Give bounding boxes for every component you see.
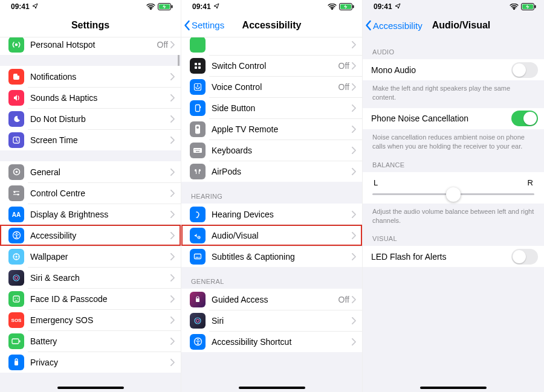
row-hearing-devices[interactable]: Hearing Devices <box>181 204 362 225</box>
settings-group-alerts: Notifications Sounds & Haptics Do Not Di… <box>0 66 181 150</box>
row-display[interactable]: AA Display & Brightness <box>0 204 181 225</box>
dnd-icon <box>8 111 24 127</box>
notifications-icon <box>8 69 24 85</box>
row-label: Mono Audio <box>371 65 511 75</box>
row-battery[interactable]: Battery <box>0 330 181 352</box>
back-label: Accessibility <box>373 21 423 31</box>
sounds-icon <box>8 90 24 106</box>
row-control-centre[interactable]: Control Centre <box>0 182 181 204</box>
row-label: Face ID & Passcode <box>30 294 170 304</box>
mono-audio-switch[interactable] <box>511 62 538 78</box>
chevron-right-icon <box>170 253 175 260</box>
svg-point-49 <box>196 319 199 322</box>
row-audio-visual[interactable]: Audio/Visual <box>181 225 362 246</box>
chevron-right-icon <box>170 41 175 48</box>
row-general[interactable]: General <box>0 161 181 182</box>
home-indicator[interactable] <box>420 387 487 389</box>
chevron-right-icon <box>352 232 356 239</box>
chevron-right-icon <box>170 94 175 101</box>
balance-slider-thumb[interactable] <box>446 187 461 202</box>
svg-rect-33 <box>200 106 201 108</box>
row-personal-hotspot[interactable]: Personal Hotspot Off <box>0 37 181 55</box>
chevron-right-icon <box>170 359 175 366</box>
chevron-right-icon <box>352 253 356 260</box>
row-side-button[interactable]: Side Button <box>181 97 362 118</box>
chevron-right-icon <box>352 317 356 324</box>
row-voice-control[interactable]: Voice Control Off <box>181 76 362 97</box>
row-detail: Off <box>338 82 349 92</box>
row-label: Battery <box>30 336 170 346</box>
row-label: Emergency SOS <box>30 315 170 325</box>
svg-point-22 <box>17 298 18 299</box>
row-screentime[interactable]: Screen Time <box>0 129 181 150</box>
row-airpods[interactable]: AirPods <box>181 161 362 182</box>
row-guided-access[interactable]: Guided Access Off <box>181 289 362 310</box>
row-privacy[interactable]: Privacy <box>0 352 181 373</box>
row-siri[interactable]: Siri & Search <box>0 267 181 288</box>
chevron-right-icon <box>170 295 175 303</box>
audio-visual-icon <box>190 228 206 243</box>
section-header-hearing: HEARING <box>181 182 362 204</box>
led-flash-switch[interactable] <box>511 249 538 265</box>
row-label: Phone Noise Cancellation <box>371 114 511 123</box>
balance-slider[interactable] <box>372 193 534 195</box>
back-label: Settings <box>192 20 224 30</box>
back-button[interactable]: Settings <box>184 13 224 37</box>
chevron-right-icon <box>352 147 356 154</box>
row-faceid[interactable]: Face ID & Passcode <box>0 288 181 309</box>
row-mono-audio[interactable]: Mono Audio <box>363 59 544 80</box>
balance-group: L R <box>363 172 544 204</box>
accessibility-icon <box>8 228 24 243</box>
row-noise-cancel[interactable]: Phone Noise Cancellation <box>363 108 544 129</box>
battery-icon <box>339 3 355 10</box>
row-accessibility-shortcut[interactable]: Accessibility Shortcut <box>181 331 362 352</box>
row-dnd[interactable]: Do Not Disturb <box>0 108 181 129</box>
balance-left-label: L <box>374 178 378 187</box>
chevron-right-icon <box>170 190 175 197</box>
svg-point-8 <box>15 171 18 173</box>
back-button[interactable]: Accessibility <box>365 13 423 37</box>
battery-row-icon <box>8 333 24 349</box>
siri-icon <box>8 270 24 286</box>
svg-rect-38 <box>196 149 197 150</box>
row-keyboards[interactable]: Keyboards <box>181 140 362 161</box>
accessibility-screen: 09:41 Settings Accessibility <box>181 0 363 392</box>
svg-point-15 <box>16 233 17 234</box>
row-label: Privacy <box>30 358 170 367</box>
row-notifications[interactable]: Notifications <box>0 66 181 87</box>
row-sos[interactable]: SOS Emergency SOS <box>0 309 181 330</box>
row-subtitles[interactable]: Subtitles & Captioning <box>181 246 362 267</box>
row-apple-tv-remote[interactable]: Apple TV Remote <box>181 118 362 140</box>
footer-balance: Adjust the audio volume balance between … <box>363 204 544 231</box>
tv-remote-icon <box>190 121 206 137</box>
svg-point-18 <box>13 275 19 281</box>
section-header-audio: AUDIO <box>363 37 544 59</box>
row-label: General <box>30 167 170 177</box>
row-accessibility[interactable]: Accessibility <box>0 225 181 246</box>
accessibility-shortcut-icon <box>190 334 206 350</box>
noise-cancel-switch[interactable] <box>511 111 538 126</box>
home-indicator[interactable] <box>57 387 124 389</box>
section-header-general: GENERAL <box>181 267 362 289</box>
home-indicator[interactable] <box>239 387 305 389</box>
chevron-right-icon <box>352 338 356 345</box>
svg-rect-24 <box>12 339 19 344</box>
chevron-right-icon <box>352 83 356 91</box>
svg-point-48 <box>195 318 201 324</box>
row-siri-access[interactable]: Siri <box>181 310 362 331</box>
row-wallpaper[interactable]: Wallpaper <box>0 246 181 267</box>
svg-rect-45 <box>196 257 199 257</box>
svg-text:AA: AA <box>12 211 21 218</box>
row-switch-control[interactable]: Switch Control Off <box>181 55 362 76</box>
row-sounds[interactable]: Sounds & Haptics <box>0 87 181 108</box>
page-title: Settings <box>71 20 109 31</box>
navbar: Accessibility Audio/Visual <box>363 13 544 37</box>
row-prev[interactable] <box>181 37 362 55</box>
chevron-right-icon <box>352 211 356 218</box>
row-detail: Off <box>157 40 168 50</box>
navbar: Settings Accessibility <box>181 13 362 37</box>
chevron-right-icon <box>352 168 356 175</box>
chevron-right-icon <box>170 338 175 345</box>
svg-point-35 <box>196 126 199 129</box>
row-led-flash[interactable]: LED Flash for Alerts <box>363 246 544 267</box>
